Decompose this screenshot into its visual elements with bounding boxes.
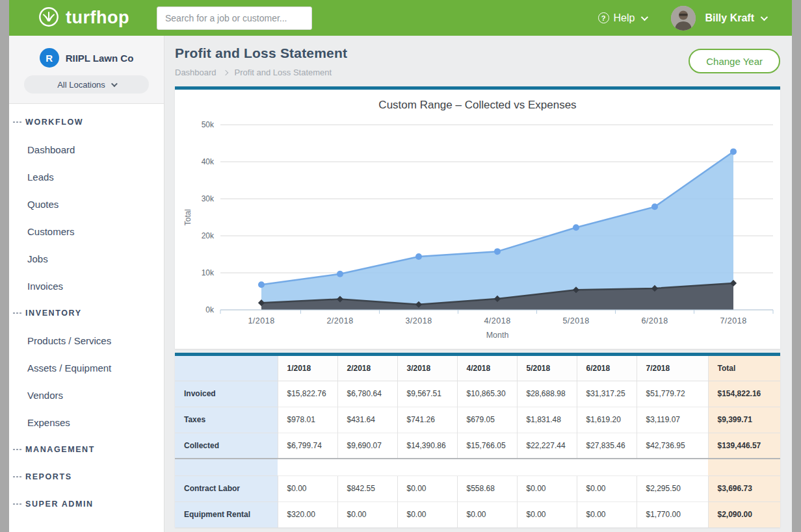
value-cell: $978.01 — [278, 407, 337, 433]
value-cell: $6,799.74 — [278, 433, 337, 459]
help-label: Help — [614, 12, 635, 24]
location-filter-dropdown[interactable]: All Locations — [24, 75, 149, 94]
row-label: Contract Labor — [175, 475, 278, 501]
breadcrumb-dashboard[interactable]: Dashboard — [175, 68, 217, 77]
collected-point[interactable] — [651, 203, 658, 210]
value-cell: $22,227.44 — [517, 433, 577, 459]
value-cell: $1,770.00 — [637, 501, 708, 527]
column-header: 6/2018 — [577, 356, 637, 381]
collected-point[interactable] — [494, 248, 501, 255]
help-menu[interactable]: ? Help — [598, 12, 647, 24]
collected-point[interactable] — [258, 281, 265, 288]
spacer-cell — [278, 459, 708, 475]
collected-point[interactable] — [730, 148, 737, 155]
value-cell: $0.00 — [577, 475, 637, 501]
sidebar-item-vendors[interactable]: Vendors — [9, 381, 164, 409]
value-cell: $0.00 — [517, 475, 577, 501]
value-cell: $3,119.07 — [637, 407, 708, 433]
sidebar-section-inventory[interactable]: INVENTORY — [9, 299, 164, 327]
brand-name: turfhop — [66, 8, 129, 28]
nav-label: Leads — [27, 171, 54, 183]
nav-label: Expenses — [27, 417, 70, 428]
x-tick-label: 7/2018 — [720, 316, 746, 325]
nav-label: Invoices — [27, 281, 63, 292]
sidebar-item-products-services[interactable]: Products / Services — [9, 327, 164, 354]
user-avatar[interactable] — [671, 6, 696, 31]
sidebar-item-customers[interactable]: Customers — [9, 218, 164, 245]
main-content: Profit and Loss Statement Dashboard Prof… — [164, 36, 792, 532]
sidebar-section-super-admin[interactable]: SUPER ADMIN — [9, 490, 164, 518]
column-header: Total — [708, 356, 780, 381]
value-cell: $431.64 — [337, 407, 397, 433]
nav-label: SUPER ADMIN — [25, 500, 94, 509]
brand-logo[interactable]: turfhop — [38, 6, 129, 31]
y-tick-label: 30k — [202, 194, 215, 203]
chevron-down-icon[interactable] — [761, 13, 768, 20]
chart-title: Custom Range – Collected vs Expenses — [175, 90, 780, 112]
search-input[interactable] — [157, 6, 312, 30]
sidebar-section-management[interactable]: MANAGEMENT — [9, 436, 164, 463]
total-cell: $3,696.73 — [708, 475, 780, 501]
pl-table-card: 1/20182/20183/20184/20185/20186/20187/20… — [175, 353, 780, 527]
nav-label: MANAGEMENT — [25, 445, 95, 454]
sidebar-item-quotes[interactable]: Quotes — [9, 190, 164, 218]
top-bar: turfhop ? Help Billy Kraft — [9, 0, 792, 36]
total-cell: $2,090.00 — [708, 501, 780, 527]
table-row: Contract Labor$0.00$842.55$0.00$558.68$0… — [175, 475, 780, 501]
value-cell: $9,567.51 — [397, 381, 457, 407]
y-tick-label: 40k — [202, 157, 215, 166]
column-header: 7/2018 — [637, 356, 708, 381]
collected-point[interactable] — [573, 224, 579, 231]
column-header: 1/2018 — [278, 356, 337, 381]
section-dashes-icon — [13, 503, 22, 505]
collected-point[interactable] — [337, 271, 343, 277]
table-row: Taxes$978.01$431.64$741.26$679.05$1,831.… — [175, 407, 780, 433]
total-cell: $154,822.16 — [708, 381, 780, 407]
row-label: Equipment Rental — [175, 501, 278, 527]
sidebar-item-jobs[interactable]: Jobs — [9, 245, 164, 272]
sidebar-item-dashboard[interactable]: Dashboard — [9, 136, 164, 163]
header-label-cell — [175, 356, 278, 381]
company-name: RIIPL Lawn Co — [66, 53, 134, 64]
nav-label: Quotes — [27, 199, 59, 210]
value-cell: $42,736.95 — [637, 433, 708, 459]
value-cell: $741.26 — [397, 407, 457, 433]
help-icon: ? — [598, 12, 609, 23]
x-tick-label: 1/2018 — [248, 316, 274, 325]
x-tick-label: 5/2018 — [562, 316, 589, 325]
sidebar-item-invoices[interactable]: Invoices — [9, 272, 164, 299]
sidebar-section-reports[interactable]: REPORTS — [9, 463, 164, 490]
breadcrumb: Dashboard Profit and Loss Statement — [175, 68, 347, 77]
collected-point[interactable] — [415, 253, 422, 260]
y-tick-label: 20k — [202, 231, 215, 240]
chevron-right-icon — [222, 70, 228, 75]
row-label: Collected — [175, 433, 278, 459]
value-cell: $0.00 — [337, 501, 397, 527]
chevron-down-icon — [111, 81, 118, 87]
sidebar-item-expenses[interactable]: Expenses — [9, 409, 164, 436]
total-cell — [708, 459, 780, 475]
nav-label: WORKFLOW — [25, 118, 83, 127]
chart-card: Custom Range – Collected vs Expenses 0k1… — [175, 86, 780, 349]
total-cell: $9,399.71 — [708, 407, 780, 433]
user-name[interactable]: Billy Kraft — [705, 12, 754, 24]
table-row: Collected$6,799.74$9,690.07$14,390.86$15… — [175, 433, 780, 459]
sidebar-company-panel: R RIIPL Lawn Co All Locations — [9, 36, 164, 104]
value-cell: $15,822.76 — [278, 381, 337, 407]
column-header: 3/2018 — [397, 356, 457, 381]
value-cell: $0.00 — [397, 475, 457, 501]
window-scrollbar-right — [792, 0, 801, 532]
value-cell: $842.55 — [337, 475, 397, 501]
breadcrumb-current: Profit and Loss Statement — [235, 68, 332, 77]
sidebar-item-leads[interactable]: Leads — [9, 163, 164, 190]
section-dashes-icon — [13, 121, 22, 123]
value-cell: $2,295.50 — [637, 475, 708, 501]
change-year-button[interactable]: Change Year — [689, 49, 780, 73]
value-cell: $0.00 — [457, 501, 517, 527]
sidebar-item-assets-equipment[interactable]: Assets / Equipment — [9, 354, 164, 381]
y-tick-label: 10k — [202, 268, 215, 277]
value-cell: $27,835.46 — [577, 433, 637, 459]
sidebar-section-workflow[interactable]: WORKFLOW — [9, 108, 164, 136]
value-cell: $0.00 — [278, 475, 337, 501]
value-cell: $10,865.30 — [457, 381, 517, 407]
